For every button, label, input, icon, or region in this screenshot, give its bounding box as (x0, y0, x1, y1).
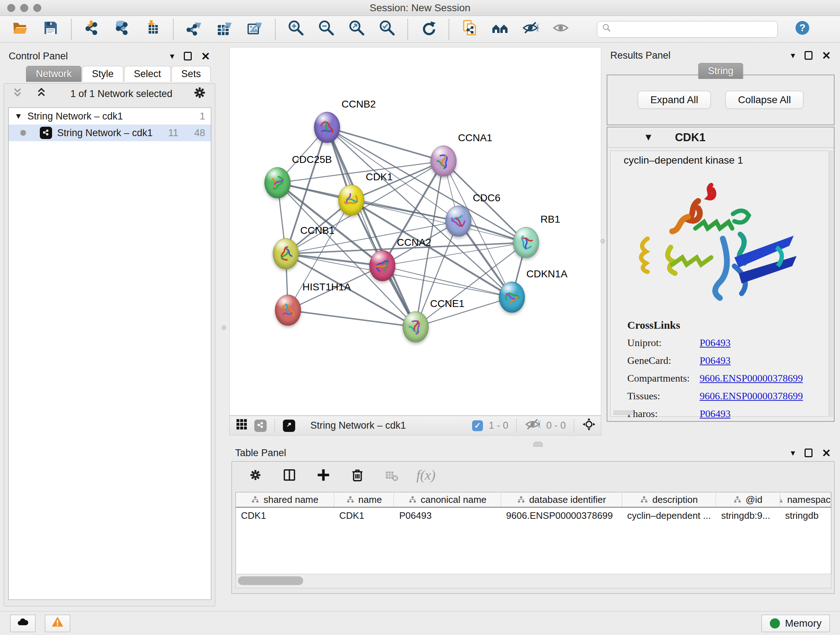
splitter-handle[interactable] (600, 239, 605, 243)
new-network-from-selection-button[interactable] (460, 20, 479, 39)
grid-view-icon[interactable] (235, 417, 248, 434)
show-columns-icon[interactable] (280, 466, 298, 484)
zoom-selected-button[interactable] (378, 20, 396, 39)
tab-style[interactable]: Style (82, 66, 123, 82)
network-node-ccnb1[interactable] (273, 238, 299, 269)
crosslink-link[interactable]: P06493 (699, 355, 731, 366)
collection-expander-icon[interactable]: ▼ (14, 111, 22, 121)
export-table-button[interactable] (215, 20, 234, 39)
results-scrollbar-horizontal[interactable] (614, 410, 634, 415)
table-row[interactable]: CDK1CDK1P064939606.ENSP00000378699cyclin… (236, 508, 831, 524)
delete-column-icon[interactable] (348, 466, 366, 484)
export-network-button[interactable] (185, 20, 203, 39)
results-scrollbar-vertical[interactable] (829, 150, 833, 417)
tab-sets[interactable]: Sets (172, 66, 210, 82)
add-column-icon[interactable] (314, 466, 332, 484)
panel-menu-icon[interactable]: ▾ (791, 50, 795, 60)
table-settings-icon[interactable] (246, 466, 264, 484)
network-node-cdk1[interactable] (338, 185, 364, 216)
network-node-rb1[interactable] (513, 227, 539, 258)
network-edge[interactable] (327, 127, 416, 327)
tab-string[interactable]: String (698, 63, 744, 79)
import-network-file-button[interactable] (82, 20, 101, 39)
memory-button[interactable]: Memory (761, 615, 830, 632)
import-table-file-button[interactable] (143, 20, 162, 39)
search-box[interactable] (597, 21, 778, 38)
network-collection-row[interactable]: ▼ String Network – cdk1 1 (9, 108, 211, 125)
crosslink-link[interactable]: P06493 (699, 337, 731, 348)
network-edge[interactable] (327, 127, 444, 161)
node-table[interactable]: shared name name canonical name database… (235, 492, 831, 574)
zoom-fit-button[interactable] (347, 20, 366, 39)
close-panel-icon[interactable]: ✕ (201, 50, 210, 63)
network-edge[interactable] (327, 127, 526, 242)
network-view-icon[interactable] (254, 420, 267, 432)
selected-checkbox-icon[interactable]: ✓ (472, 420, 483, 431)
float-panel-icon[interactable] (184, 52, 192, 60)
network-node-ccna2[interactable] (369, 250, 395, 281)
window-controls[interactable] (7, 4, 41, 12)
protein-name: CDK1 (675, 131, 706, 144)
column-header-namespace[interactable]: namespace (780, 492, 831, 507)
network-node-cdc25b[interactable] (264, 167, 291, 198)
delete-table-icon[interactable] (382, 466, 401, 484)
network-node-hist1h1a[interactable] (275, 295, 301, 326)
expand-all-networks-icon[interactable] (35, 85, 51, 103)
detach-view-icon[interactable] (283, 420, 295, 432)
network-node-ccne1[interactable] (403, 311, 429, 342)
crosslink-link[interactable]: 9606.ENSP00000378699 (699, 390, 803, 402)
panel-menu-icon[interactable]: ▾ (791, 448, 795, 458)
tab-network[interactable]: Network (26, 66, 81, 82)
first-neighbors-button[interactable] (491, 20, 509, 39)
warnings-button[interactable] (45, 615, 70, 632)
apply-layout-button[interactable] (419, 20, 438, 39)
help-button[interactable]: ? (793, 20, 812, 39)
column-header-description[interactable]: description (622, 492, 716, 507)
table-scrollbar-horizontal[interactable] (235, 574, 831, 588)
export-image-button[interactable] (245, 20, 264, 39)
expand-all-button[interactable]: Expand All (638, 91, 711, 109)
open-session-button[interactable] (11, 20, 30, 39)
column-header--id[interactable]: @id (716, 492, 780, 507)
zoom-out-button[interactable] (317, 20, 336, 39)
network-node-cdc6[interactable] (445, 206, 471, 237)
float-panel-icon[interactable] (805, 51, 813, 60)
panel-menu-icon[interactable]: ▾ (170, 51, 174, 61)
crosslink-link[interactable]: P06493 (699, 408, 731, 420)
splitter-handle[interactable] (222, 325, 226, 330)
tab-select[interactable]: Select (124, 66, 171, 82)
show-all-button[interactable]: > (551, 20, 570, 39)
search-input[interactable] (615, 24, 773, 35)
network-node-ccnb2[interactable] (314, 112, 340, 143)
close-panel-icon[interactable]: ✕ (822, 447, 831, 459)
hidden-eye-icon[interactable] (524, 416, 540, 435)
close-panel-icon[interactable]: ✕ (822, 49, 831, 62)
collapse-all-networks-icon[interactable] (11, 85, 27, 103)
collapse-all-button[interactable]: Collapse All (725, 91, 804, 109)
float-panel-icon[interactable] (805, 448, 813, 457)
zoom-in-button[interactable] (286, 20, 305, 39)
network-node-ccna1[interactable] (431, 146, 456, 177)
column-header-name[interactable]: name (334, 492, 394, 507)
network-node-cdkn1a[interactable] (499, 282, 525, 313)
network-edge[interactable] (286, 254, 382, 266)
crosslink-link[interactable]: 9606.ENSP00000378699 (699, 372, 803, 384)
network-canvas[interactable]: CCNB2 CCNA1 CDC25B CDK1 CDC6 RB1 CCNB1 C… (229, 47, 601, 416)
collapse-protein-icon[interactable]: ▼ (644, 132, 653, 143)
panel-resize-grip[interactable] (533, 442, 543, 447)
column-header-canonical-name[interactable]: canonical name (394, 492, 501, 507)
network-row[interactable]: String Network – cdk1 11 48 (9, 125, 211, 141)
minimize-window-button[interactable] (20, 4, 28, 12)
import-network-database-button[interactable] (113, 20, 132, 39)
gear-icon[interactable] (192, 85, 208, 103)
function-builder-icon[interactable]: f(x) (416, 467, 436, 483)
column-header-database-identifier[interactable]: database identifier (501, 492, 622, 507)
zoom-window-button[interactable] (33, 4, 41, 12)
save-session-button[interactable] (41, 20, 60, 39)
birds-eye-icon[interactable] (582, 417, 596, 434)
column-header-shared-name[interactable]: shared name (236, 492, 334, 507)
network-edge[interactable] (288, 310, 416, 327)
cloud-status-button[interactable] (10, 615, 35, 632)
hide-selected-button[interactable] (521, 20, 540, 39)
close-window-button[interactable] (7, 4, 15, 12)
